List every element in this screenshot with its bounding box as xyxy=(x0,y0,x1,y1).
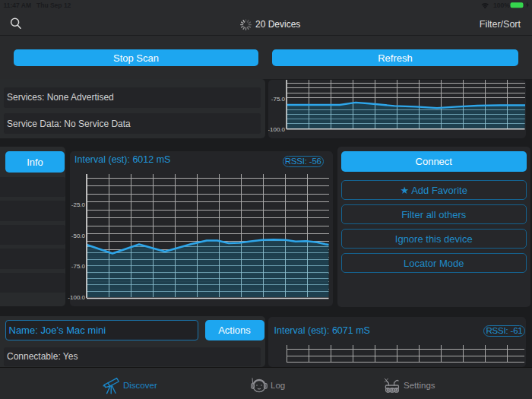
svg-text:-100.0: -100.0 xyxy=(68,294,85,301)
svg-text:-75.0: -75.0 xyxy=(271,95,286,102)
svg-text:-100.0: -100.0 xyxy=(268,125,286,132)
svg-text:-50.0: -50.0 xyxy=(71,233,86,239)
svg-text:-25.0: -25.0 xyxy=(71,201,86,208)
svg-text:-75.0: -75.0 xyxy=(71,263,86,270)
